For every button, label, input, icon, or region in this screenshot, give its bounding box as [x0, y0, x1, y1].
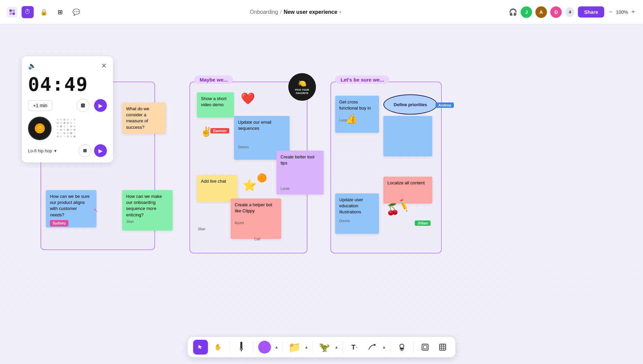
- bottom-toolbar: ✋ ▲ 📁 ▲ 🦖 ▲ T • ▲: [187, 337, 456, 357]
- svg-rect-18: [440, 344, 446, 350]
- maybe-we-label: Maybe we...: [194, 75, 233, 84]
- connector-chevron[interactable]: ▲: [382, 345, 386, 350]
- user-jilian: Jilian: [126, 219, 169, 224]
- define-priorities-annotation: Define priorities: [383, 94, 437, 115]
- svg-rect-7: [83, 149, 87, 152]
- svg-rect-6: [81, 103, 85, 108]
- music-wave: [56, 118, 77, 139]
- timer-stop-button[interactable]: [77, 99, 89, 112]
- sticky-what-success[interactable]: What do we consider a measure of success…: [122, 102, 166, 134]
- avatar-count: 4: [565, 7, 575, 17]
- pen-tool-button[interactable]: [234, 340, 249, 355]
- chevron-down-icon: ▾: [54, 148, 57, 153]
- pick-favorite-badge: 🍋 PICK YOURFAVORITE: [288, 73, 316, 101]
- jillian-cursor-area: ↖ Jillian: [415, 220, 419, 226]
- top-navigation: ⏱ 🔒 ⊞ 💬 Onboarding / New user experience…: [0, 0, 643, 24]
- timer-tool-btn[interactable]: ⏱: [22, 6, 34, 18]
- text-icon: T: [351, 343, 355, 351]
- sticky-text: Get cross functional buy in: [339, 99, 371, 111]
- sticky-align-product[interactable]: How can we be sure our product aligns wi…: [46, 190, 96, 228]
- sticky-show-video[interactable]: Show a short video demo: [197, 92, 234, 118]
- user-dooms4: Dooms: [339, 219, 375, 223]
- svg-rect-0: [9, 9, 12, 12]
- select-tool-button[interactable]: [193, 340, 208, 355]
- pick-fav-text: PICK YOURFAVORITE: [295, 88, 309, 95]
- user-ayumi: Ayumi: [235, 221, 277, 225]
- table-tool-button-2[interactable]: [435, 340, 450, 355]
- avatar-a: A: [535, 6, 547, 18]
- user-carl: Carl: [254, 237, 260, 241]
- zoom-out-button[interactable]: −: [608, 8, 614, 16]
- sticky-text: Create better tool tips: [281, 154, 314, 165]
- sticky-text: Add live chat: [201, 179, 226, 184]
- table-tool-btn[interactable]: ⊞: [54, 6, 66, 18]
- avatar-j: J: [521, 6, 532, 18]
- breadcrumb-separator: /: [280, 9, 282, 15]
- breadcrumb-link[interactable]: Onboarding: [250, 9, 278, 15]
- zoom-in-button[interactable]: +: [630, 8, 636, 16]
- music-stop-button[interactable]: [79, 144, 91, 157]
- heart-emoji: ❤️: [241, 92, 255, 105]
- lock-tool-btn[interactable]: 🔒: [38, 6, 50, 18]
- star-emoji: ⭐: [242, 178, 257, 192]
- comment-tool-btn[interactable]: 💬: [70, 6, 82, 18]
- sticky-add-live-chat[interactable]: Add live chat: [197, 175, 237, 202]
- sure-we-section: Let's be sure we... Get cross functional…: [330, 82, 442, 253]
- user-lucas2: Lucas: [281, 186, 320, 191]
- timer-header: 🔈 ✕: [28, 62, 107, 70]
- connector-tool-button[interactable]: [364, 340, 379, 355]
- timer-close-button[interactable]: ✕: [101, 62, 107, 70]
- logo-button[interactable]: [7, 7, 18, 18]
- sticky-text: Update user education illustrations: [339, 197, 363, 214]
- headphone-icon[interactable]: 🎧: [509, 8, 517, 16]
- toolbar-divider-4: [313, 341, 313, 353]
- sticker-tool-button[interactable]: 🦖: [317, 340, 332, 355]
- breadcrumb-chevron[interactable]: ▾: [339, 10, 341, 14]
- canvas-area[interactable]: 🔈 ✕ 04:49 +1 min ▶ 😊: [0, 24, 643, 364]
- thumbs-up-reaction: 👍: [345, 113, 358, 124]
- sticky-text: Localize all content: [387, 180, 425, 185]
- cookie-emoji: 🟠: [257, 173, 267, 183]
- cursor-damien: Damien: [210, 128, 229, 133]
- timer-display: 04:49: [28, 73, 107, 95]
- text-tool-button[interactable]: T •: [347, 340, 362, 355]
- folder-chevron[interactable]: ▲: [304, 345, 309, 350]
- breadcrumb: Onboarding / New user experience ▾: [86, 9, 505, 15]
- sticky-better-tooltips[interactable]: Create better tool tips Lucas: [276, 151, 324, 194]
- svg-point-12: [400, 344, 404, 348]
- toolbar-divider-1: [229, 341, 230, 353]
- shape-tool-button[interactable]: [257, 340, 272, 355]
- sticky-helper-bot[interactable]: Create a helper bot like Clippy Ayumi: [231, 199, 281, 239]
- zoom-control: − 100% +: [608, 8, 636, 16]
- sticky-update-illustrations[interactable]: Update user education illustrations Doom…: [335, 193, 379, 234]
- avatar-d: D: [550, 6, 562, 18]
- timer-play-button[interactable]: ▶: [94, 99, 107, 112]
- toolbar-divider-7: [413, 341, 414, 353]
- timer-add-minute-button[interactable]: +1 min: [28, 100, 52, 111]
- timer-widget: 🔈 ✕ 04:49 +1 min ▶ 😊: [22, 56, 113, 162]
- sticky-localize[interactable]: Localize all content: [383, 177, 432, 204]
- music-play-button[interactable]: ▶: [94, 144, 107, 157]
- music-controls-bottom: Lo-fi hip hop ▾ ▶: [28, 144, 107, 157]
- music-label[interactable]: Lo-fi hip hop ▾: [28, 148, 57, 153]
- stamp-tool-button[interactable]: [394, 340, 409, 355]
- user-jilian-label: Jilian: [198, 227, 205, 231]
- sticky-define-area[interactable]: [383, 116, 432, 156]
- svg-rect-16: [422, 344, 428, 350]
- share-button[interactable]: Share: [578, 6, 604, 18]
- folder-tool-button[interactable]: 📁: [287, 340, 302, 355]
- text-tool-dot: •: [356, 345, 357, 349]
- svg-rect-2: [9, 12, 12, 15]
- toolbar-divider-6: [390, 341, 390, 353]
- timer-controls: +1 min ▶: [28, 99, 107, 112]
- frame-tool-button[interactable]: [418, 340, 433, 355]
- cursor-arrow-sydney: ↖: [93, 207, 98, 213]
- sticky-onboarding[interactable]: How can we make our onboarding sequence …: [122, 190, 173, 231]
- svg-rect-3: [12, 12, 15, 15]
- sound-icon[interactable]: 🔈: [28, 62, 36, 70]
- shape-chevron[interactable]: ▲: [274, 345, 279, 350]
- zoom-value: 100%: [616, 9, 628, 15]
- svg-rect-1: [12, 9, 15, 12]
- sticker-chevron[interactable]: ▲: [334, 345, 339, 350]
- hand-tool-button[interactable]: ✋: [210, 340, 225, 355]
